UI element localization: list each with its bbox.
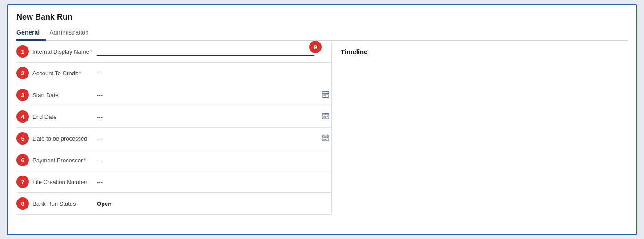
payment-processor-value: --- [97,157,103,164]
tab-bar: General Administration [16,26,628,41]
svg-rect-26 [325,139,326,140]
label-account-to-credit: Account To Credit* [32,70,97,77]
value-file-creation-number: --- [97,179,331,185]
row-end-date: 4 End Date --- [16,106,331,128]
timeline-badge-9: 9 [309,41,322,53]
value-account-to-credit: --- [97,70,331,77]
value-payment-processor: --- [97,157,331,164]
row-internal-display-name: 1 Internal Display Name* 9 [16,41,331,63]
svg-rect-23 [325,137,326,138]
date-to-be-processed-calendar-icon[interactable] [322,133,330,143]
page-title: New Bank Run [16,12,628,22]
date-processed-with-icon: --- [97,133,331,143]
svg-rect-15 [327,116,328,117]
date-to-be-processed-value: --- [97,135,103,142]
svg-rect-14 [325,116,326,117]
step-badge-1: 1 [16,45,29,58]
svg-rect-7 [324,95,325,96]
step-badge-6: 6 [16,154,29,166]
label-internal-display-name: Internal Display Name* [32,48,97,55]
row-start-date: 3 Start Date --- [16,84,331,106]
svg-rect-4 [324,94,325,95]
label-date-to-be-processed: Date to be processed [32,135,97,142]
svg-rect-16 [324,117,325,118]
svg-rect-8 [325,95,326,96]
content-area: 1 Internal Display Name* 9 2 Account To … [16,41,628,215]
svg-rect-22 [324,137,325,138]
required-star-1: * [90,48,92,55]
label-bank-run-status: Bank Run Status [32,200,97,207]
timeline-section: Timeline [332,41,628,215]
step-badge-8: 8 [16,197,29,210]
row-file-creation-number: 7 File Creation Number --- [16,171,331,193]
input-wrapper-1: 9 [97,47,314,56]
svg-rect-17 [325,117,326,118]
start-date-calendar-icon[interactable] [322,90,330,100]
step-badge-4: 4 [16,110,29,123]
value-internal-display-name: 9 [97,47,331,56]
step-badge-7: 7 [16,176,29,188]
required-star-2: * [79,70,81,77]
value-bank-run-status: Open [97,200,331,207]
end-date-with-icon: --- [97,112,331,121]
end-date-calendar-icon[interactable] [322,112,330,121]
start-date-value: --- [97,92,103,98]
internal-display-name-input[interactable] [97,47,314,56]
tab-administration[interactable]: Administration [49,26,95,41]
row-date-to-be-processed: 5 Date to be processed --- [16,128,331,149]
end-date-value: --- [97,114,103,120]
label-start-date: Start Date [32,92,97,98]
main-card: New Bank Run General Administration 1 In… [7,4,637,235]
row-payment-processor: 6 Payment Processor* --- [16,149,331,171]
value-start-date: --- [97,90,331,100]
row-account-to-credit: 2 Account To Credit* --- [16,63,331,84]
bank-run-status-value: Open [97,200,111,207]
step-badge-3: 3 [16,89,29,101]
step-badge-5: 5 [16,132,29,145]
label-payment-processor: Payment Processor* [32,157,97,164]
required-star-6: * [83,157,86,164]
svg-rect-24 [327,137,328,138]
value-date-to-be-processed: --- [97,133,331,143]
svg-rect-5 [325,94,326,95]
timeline-title: Timeline [341,48,628,55]
tab-general[interactable]: General [16,26,46,41]
form-section: 1 Internal Display Name* 9 2 Account To … [16,41,332,215]
row-bank-run-status: 8 Bank Run Status Open [16,193,331,215]
label-file-creation-number: File Creation Number [32,179,97,185]
file-creation-number-value: --- [97,179,103,185]
svg-rect-13 [324,116,325,117]
svg-rect-25 [324,139,325,140]
svg-rect-6 [327,94,328,95]
step-badge-2: 2 [16,67,29,79]
start-date-with-icon: --- [97,90,331,100]
label-end-date: End Date [32,114,97,120]
value-end-date: --- [97,112,331,121]
account-to-credit-value: --- [97,70,103,77]
